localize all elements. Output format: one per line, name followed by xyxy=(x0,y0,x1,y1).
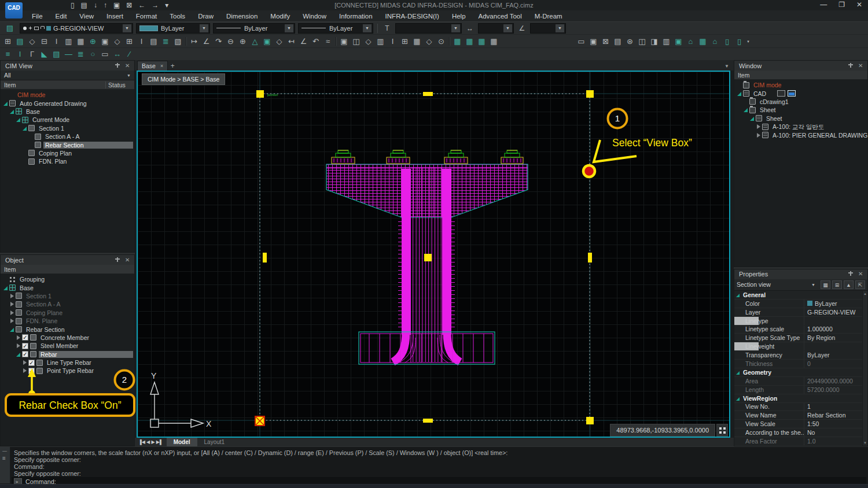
tree-item[interactable]: Rebar xyxy=(1,350,134,358)
expand-icon[interactable] xyxy=(16,352,22,357)
toolbar-icon[interactable]: ↷ xyxy=(212,36,225,47)
tree-item[interactable]: A-100: PIER GENERAL DRAWING xyxy=(734,131,867,139)
text-style-icon[interactable]: T xyxy=(382,24,392,32)
toolbar-icon[interactable]: ⊖ xyxy=(225,36,237,47)
tree-item[interactable]: Section A - A xyxy=(1,300,134,308)
linetype-combo[interactable]: ByLayer ▼ xyxy=(213,23,295,34)
checkbox[interactable] xyxy=(22,343,28,349)
expand-icon[interactable] xyxy=(737,82,743,88)
menu-item[interactable]: Draw xyxy=(192,13,220,20)
toolbar-icon[interactable]: ▥ xyxy=(374,36,387,47)
table-style-icon[interactable]: ∠ xyxy=(517,24,527,32)
column-item[interactable]: Item xyxy=(1,82,105,88)
expand-icon[interactable] xyxy=(9,92,16,98)
expand-icon[interactable] xyxy=(9,293,16,299)
toolbar-icon[interactable]: ↶ xyxy=(310,36,322,47)
toolbar-icon[interactable]: ≣ xyxy=(160,36,172,47)
toolbar-icon[interactable]: ◣ xyxy=(38,49,50,60)
toolbar-icon[interactable]: ◇ xyxy=(423,36,435,47)
menu-item[interactable]: Edit xyxy=(49,13,73,20)
dim-style-combo[interactable]: ▼ xyxy=(478,23,514,34)
minimize-button[interactable]: — xyxy=(820,1,827,9)
tree-item[interactable]: FDN. Plane xyxy=(1,317,134,325)
tab-overflow-icon[interactable]: ▼ xyxy=(724,64,729,69)
tree-item[interactable]: Coping Plane xyxy=(1,309,134,317)
toolbar-icon[interactable]: ○ xyxy=(87,49,99,60)
expand-icon[interactable] xyxy=(743,99,749,105)
toolbar-icon[interactable]: ▦ xyxy=(411,36,423,47)
property-row[interactable]: LinetypeByLayer xyxy=(734,317,759,326)
menu-item[interactable]: Help xyxy=(446,13,472,20)
property-row[interactable]: Linetype scale1.000000 xyxy=(734,326,867,334)
object-type-selector[interactable]: Section view▼ xyxy=(737,281,819,288)
grid-toggle-icon[interactable] xyxy=(716,424,728,437)
tree-item[interactable]: Current Mode xyxy=(1,116,134,124)
pin-icon[interactable] xyxy=(848,63,854,69)
pin-icon[interactable] xyxy=(848,271,854,277)
property-row[interactable]: LayerG-REGION-VIEW xyxy=(734,308,867,317)
toolbar-icon[interactable]: ▤ xyxy=(14,36,26,47)
toolbar-icon[interactable]: ◇ xyxy=(273,36,285,47)
viewport[interactable]: CIM Mode > BASE > Base xyxy=(137,71,730,438)
property-row[interactable]: View Scale1:50 xyxy=(734,420,867,428)
toolbar-icon[interactable]: ▯ xyxy=(733,36,745,47)
expand-icon[interactable] xyxy=(749,116,756,121)
expand-icon[interactable] xyxy=(737,91,743,97)
close-icon[interactable]: ✕ xyxy=(125,257,131,263)
toolbar-icon[interactable]: ⌂ xyxy=(709,36,721,47)
chevron-down-icon[interactable]: ▼ xyxy=(285,24,293,32)
property-row[interactable]: General xyxy=(734,291,867,300)
expand-icon[interactable] xyxy=(28,142,35,148)
toolbar-icon[interactable]: ▣ xyxy=(261,36,273,47)
chevron-down-icon[interactable]: ▼ xyxy=(363,24,372,32)
tab-layout1[interactable]: Layout1 xyxy=(197,438,232,446)
chevron-down-icon[interactable]: ▼ xyxy=(200,24,208,32)
toolbar-icon[interactable] xyxy=(500,36,575,47)
layout-nav-buttons[interactable]: ▐◀ ◀ ▶ ▶▌ xyxy=(135,439,167,445)
property-row[interactable]: Thickness0 xyxy=(734,360,867,368)
column-item[interactable]: Item xyxy=(734,72,867,79)
expand-icon[interactable] xyxy=(756,124,762,130)
toolbar-icon[interactable]: ⊕ xyxy=(237,36,249,47)
toolbar-icon[interactable]: ▧ xyxy=(172,36,184,47)
close-button[interactable]: ✕ xyxy=(856,1,862,9)
property-row[interactable]: Length57200.0000 xyxy=(734,386,867,394)
toolbar-icon[interactable]: ⊠ xyxy=(599,36,612,47)
menu-item[interactable]: Dimension xyxy=(220,13,264,20)
checkbox[interactable] xyxy=(28,368,35,374)
toolbar-icon[interactable]: ∠ xyxy=(200,36,212,47)
toolbar-icon[interactable]: ⊛ xyxy=(624,36,636,47)
toolbar-icon[interactable]: ≡ xyxy=(2,49,14,60)
pickadd-icon[interactable]: ▲ xyxy=(844,280,854,289)
checkbox[interactable] xyxy=(22,334,28,341)
property-row[interactable]: TransparencyByLayer xyxy=(734,351,867,360)
toolbar-icon[interactable]: Γ xyxy=(26,49,38,60)
toolbar-icon[interactable]: I xyxy=(50,36,62,47)
layer-combo[interactable]: G-REGION-VIEW ▼ xyxy=(20,23,133,34)
tree-item[interactable]: Coping Plan xyxy=(1,149,134,157)
toolbar-icon[interactable]: ▦ xyxy=(464,36,476,47)
column-item[interactable]: Item xyxy=(1,266,134,273)
scrollbar[interactable] xyxy=(862,291,867,446)
toolbar-icon[interactable]: ▭ xyxy=(99,49,111,60)
chevron-down-icon[interactable]: ▼ xyxy=(503,24,512,32)
tree-item[interactable]: Grouping xyxy=(1,275,134,283)
toolbar-icon[interactable] xyxy=(334,36,338,47)
window-state-icons[interactable] xyxy=(777,90,796,97)
layer-manager-icon[interactable]: ▤ xyxy=(3,23,17,34)
toolbar-icon[interactable]: ▤ xyxy=(148,36,160,47)
toolbar-icon[interactable]: ∠ xyxy=(297,36,310,47)
toolbar-icon[interactable]: ⊞ xyxy=(399,36,411,47)
tree-item[interactable]: CAD xyxy=(734,89,867,97)
property-row[interactable]: According to the she...No xyxy=(734,428,867,437)
tree-item[interactable]: Auto Generated Drawing xyxy=(1,99,134,107)
maximize-button[interactable]: ❐ xyxy=(838,1,845,9)
expand-icon[interactable] xyxy=(3,101,9,106)
expand-icon[interactable] xyxy=(22,360,28,365)
expand-icon[interactable] xyxy=(743,107,749,113)
expand-icon[interactable] xyxy=(9,318,16,324)
expand-icon[interactable] xyxy=(16,343,22,349)
checkbox[interactable] xyxy=(28,360,35,366)
close-icon[interactable]: ✕ xyxy=(858,63,864,69)
app-logo-icon[interactable]: CAD xyxy=(5,2,23,19)
